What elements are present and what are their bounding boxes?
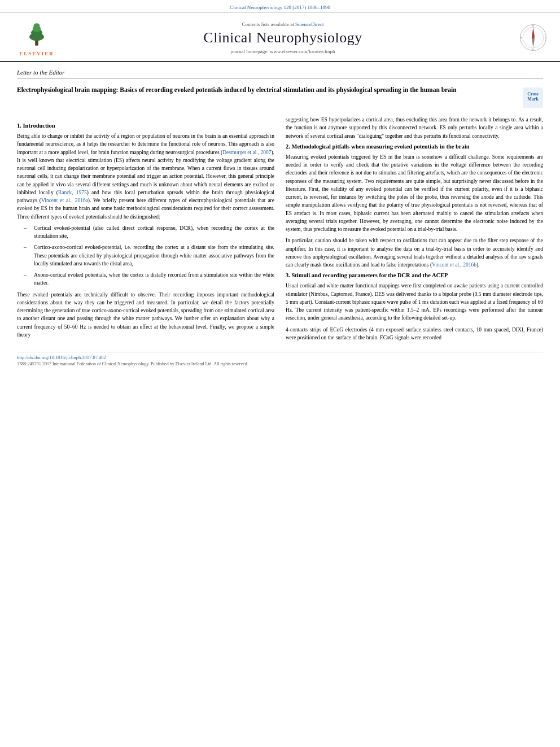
main-content: Letter to the Editor Electrophysiologica… [0, 62, 560, 373]
section1-heading: 1. Introduction [17, 123, 274, 129]
ref-vincent-2016b[interactable]: Vincent et al., 2016b [432, 262, 476, 268]
bullet-item-2: Cortico-axono-cortical evoked-potential,… [28, 243, 274, 268]
svg-marker-10 [532, 38, 535, 48]
svg-point-11 [532, 37, 535, 39]
bullet-list: Cortical evoked-potential (also called d… [28, 224, 274, 287]
journal-info-bar: Clinical Neurophysiology 128 (2017) 1886… [0, 0, 560, 13]
ref-vincent-2016a[interactable]: Vincent et al., 2016a [41, 198, 88, 203]
two-column-layout: 1. Introduction Being able to change or … [17, 116, 543, 345]
right-paragraph5: 4-contacts strips of ECoG electrodes (4 … [286, 326, 543, 342]
svg-text:Mark: Mark [527, 97, 539, 102]
footer-doi: http://dx.doi.org/10.1016/j.clinph.2017.… [17, 352, 543, 360]
svg-point-4 [34, 23, 40, 28]
journal-logo-right: N S E W [504, 22, 549, 53]
elsevier-tree-icon [20, 19, 54, 50]
svg-text:W: W [520, 36, 523, 39]
page: Clinical Neurophysiology 128 (2017) 1886… [0, 0, 560, 747]
article-title: Electrophysiological brain mapping: Basi… [17, 85, 516, 108]
elsevier-logo: ELSEVIER [11, 19, 62, 56]
section1-paragraph2: These evoked potentials are technically … [17, 291, 274, 339]
journal-homepage: journal homepage: www.elsevier.com/locat… [62, 49, 504, 54]
right-paragraph1: suggesting how ES hyperpolarizes a corti… [286, 116, 543, 140]
right-paragraph3: In particular, caution should be taken w… [286, 237, 543, 269]
contents-line: Contents lists available at ScienceDirec… [62, 21, 504, 27]
section3-heading: 3. Stimuli and recording parameters for … [286, 272, 543, 278]
right-column: suggesting how ES hyperpolarizes a corti… [286, 116, 543, 345]
svg-text:E: E [545, 36, 546, 39]
elsevier-text: ELSEVIER [19, 51, 54, 56]
right-paragraph2: Measuring evoked potentials triggered by… [286, 153, 543, 234]
doi-link[interactable]: http://dx.doi.org/10.1016/j.clinph.2017.… [17, 355, 106, 360]
svg-text:Cross: Cross [527, 91, 538, 97]
article-title-block: Electrophysiological brain mapping: Basi… [17, 85, 543, 108]
section2-heading: 2. Methodological pitfalls when measurin… [286, 143, 543, 150]
journal-title: Clinical Neurophysiology [62, 29, 504, 46]
left-column: 1. Introduction Being able to change or … [17, 116, 274, 345]
journal-volume-info: Clinical Neurophysiology 128 (2017) 1886… [230, 5, 330, 10]
svg-marker-9 [532, 27, 535, 37]
journal-header: ELSEVIER Contents lists available at Sci… [0, 13, 560, 62]
ref-desmurget[interactable]: Desmurget et al., 2007 [222, 150, 271, 155]
ref-ranck[interactable]: Ranck, 1975 [58, 190, 87, 195]
bullet-item-1: Cortical evoked-potential (also called d… [28, 224, 274, 241]
crossmark-icon: Cross Mark [523, 88, 543, 108]
sciencedirect-link[interactable]: ScienceDirect [295, 21, 323, 27]
journal-compass-icon: N S E W [518, 22, 549, 53]
right-paragraph4: Usual cortical and white matter function… [286, 282, 543, 322]
section1-paragraph1: Being able to change or inhibit the acti… [17, 132, 274, 221]
bullet-item-3: Axono-cortical evoked potentials, when t… [28, 271, 274, 287]
journal-center: Contents lists available at ScienceDirec… [62, 21, 504, 54]
letter-label: Letter to the Editor [17, 69, 543, 78]
footer-copyright: 1388-2457/© 2017 International Federatio… [17, 361, 543, 366]
